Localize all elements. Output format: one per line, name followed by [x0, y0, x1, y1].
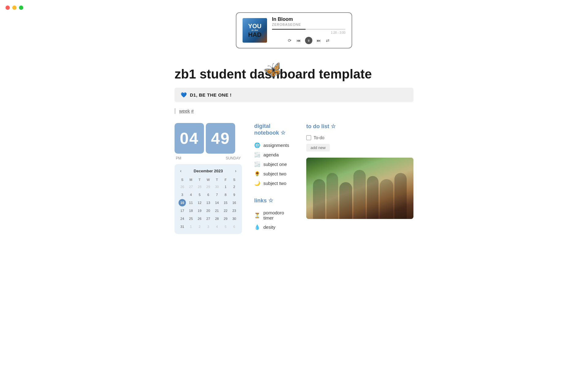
- cal-day[interactable]: 9: [231, 191, 238, 198]
- cal-dayname-5: F: [221, 177, 229, 182]
- notebook-item-subject-one[interactable]: 🌫️ subject one: [254, 159, 294, 169]
- cal-day[interactable]: 26: [179, 183, 186, 190]
- calendar-prev-button[interactable]: ‹: [178, 168, 183, 174]
- cal-day[interactable]: 25: [187, 215, 194, 222]
- links-title: links ☆: [254, 197, 294, 204]
- calendar: ‹ December 2023 › S M T W T F S 26 27 2: [175, 164, 242, 234]
- clock-minute: 49: [206, 123, 235, 154]
- todo-checkbox-0[interactable]: [306, 135, 311, 140]
- calendar-month: December 2023: [194, 169, 223, 173]
- album-you-text: YOU: [248, 23, 261, 29]
- subject-two-moon-label: subject two: [263, 181, 286, 186]
- maximize-button[interactable]: [19, 6, 23, 10]
- album-art: YOU in the HAD: [243, 18, 267, 43]
- desity-icon: 💧: [254, 224, 260, 230]
- agenda-icon: 🌫️: [254, 152, 260, 158]
- cal-dayname-0: S: [178, 177, 186, 182]
- week-line: week #: [175, 108, 413, 114]
- page-content: YOU in the HAD In Bloom ZEROBASEONE 1:28…: [156, 0, 432, 246]
- subject-two-sun-label: subject two: [263, 171, 286, 176]
- cal-day[interactable]: 8: [222, 191, 229, 198]
- cal-day[interactable]: 30: [231, 215, 238, 222]
- song-title: In Bloom: [272, 17, 345, 22]
- subject-one-label: subject one: [263, 162, 287, 167]
- rewind-button[interactable]: ⏮: [296, 37, 301, 44]
- player-card: YOU in the HAD In Bloom ZEROBASEONE 1:28…: [236, 12, 352, 48]
- notebook-item-agenda[interactable]: 🌫️ agenda: [254, 150, 294, 159]
- cal-day[interactable]: 1: [187, 223, 194, 230]
- cal-day-today[interactable]: 10: [179, 199, 186, 206]
- notebook-title: digital notebook ☆: [254, 123, 294, 136]
- cal-day[interactable]: 28: [213, 215, 221, 222]
- cal-day[interactable]: 15: [222, 199, 229, 206]
- group-photo: [306, 158, 413, 219]
- cal-day[interactable]: 3: [205, 223, 212, 230]
- clock-display: 04 49: [175, 123, 242, 154]
- cal-day[interactable]: 16: [231, 199, 238, 206]
- cal-day[interactable]: 17: [179, 207, 186, 214]
- assignments-icon: 🌐: [254, 142, 260, 148]
- cal-day[interactable]: 27: [187, 183, 194, 190]
- cal-day[interactable]: 29: [222, 215, 229, 222]
- notebook-item-subject-two-sun[interactable]: 🌻 subject two: [254, 169, 294, 178]
- player-controls: ⟳ ⏮ ⏸ ⏭ ⇄: [272, 37, 345, 44]
- minimize-button[interactable]: [12, 6, 17, 10]
- repeat-button[interactable]: ⟳: [287, 37, 292, 44]
- forward-button[interactable]: ⏭: [316, 37, 322, 44]
- cal-day[interactable]: 28: [196, 183, 203, 190]
- notebook-item-subject-two-moon[interactable]: 🌙 subject two: [254, 178, 294, 188]
- shuffle-button[interactable]: ⇄: [325, 37, 330, 44]
- todo-label-0: To-do: [314, 135, 324, 140]
- notebook-item-assignments[interactable]: 🌐 assignments: [254, 140, 294, 150]
- calendar-header: ‹ December 2023 ›: [178, 168, 238, 174]
- agenda-label: agenda: [263, 152, 279, 157]
- cal-day[interactable]: 5: [222, 223, 229, 230]
- cal-day[interactable]: 18: [187, 207, 194, 214]
- cal-day[interactable]: 13: [205, 199, 212, 206]
- links-item-pomodoro[interactable]: ⏳ pomodoro timer: [254, 208, 294, 222]
- cal-day[interactable]: 14: [213, 199, 221, 206]
- banner-text: D1, BE THE ONE !: [190, 92, 232, 98]
- cal-day[interactable]: 4: [213, 223, 221, 230]
- cal-day[interactable]: 19: [196, 207, 203, 214]
- artist-name: ZEROBASEONE: [272, 23, 345, 26]
- cal-day[interactable]: 24: [179, 215, 186, 222]
- links-item-desity[interactable]: 💧 desity: [254, 222, 294, 232]
- cal-day[interactable]: 5: [196, 191, 203, 198]
- cal-day[interactable]: 22: [222, 207, 229, 214]
- assignments-label: assignments: [263, 143, 289, 148]
- cal-day[interactable]: 6: [231, 223, 238, 230]
- cal-day[interactable]: 1: [222, 183, 229, 190]
- add-new-button[interactable]: add new: [306, 144, 330, 151]
- cal-day[interactable]: 26: [196, 215, 203, 222]
- cal-day[interactable]: 21: [213, 207, 221, 214]
- cal-day[interactable]: 6: [205, 191, 212, 198]
- clock-section: 04 49 PM SUNDAY ‹ December 2023 › S M T: [175, 123, 242, 234]
- cal-day[interactable]: 27: [205, 215, 212, 222]
- cal-day[interactable]: 2: [231, 183, 238, 190]
- todo-title: to do list ☆: [306, 123, 413, 130]
- cal-dayname-2: T: [196, 177, 204, 182]
- notebook-section: digital notebook ☆ 🌐 assignments 🌫️ agen…: [254, 123, 294, 232]
- cal-day[interactable]: 29: [205, 183, 212, 190]
- pomodoro-icon: ⏳: [254, 213, 260, 218]
- progress-fill: [272, 29, 306, 30]
- cal-day[interactable]: 23: [231, 207, 238, 214]
- clock-day: SUNDAY: [226, 156, 241, 160]
- cal-day[interactable]: 3: [179, 191, 186, 198]
- cal-day[interactable]: 7: [213, 191, 221, 198]
- cal-day[interactable]: 12: [196, 199, 203, 206]
- cal-day[interactable]: 2: [196, 223, 203, 230]
- cal-day[interactable]: 4: [187, 191, 194, 198]
- pause-button[interactable]: ⏸: [305, 37, 312, 44]
- links-section: links ☆ ⏳ pomodoro timer 💧 desity: [254, 197, 294, 232]
- cal-dayname-6: S: [230, 177, 238, 182]
- close-button[interactable]: [6, 6, 10, 10]
- cal-day[interactable]: 20: [205, 207, 212, 214]
- cal-day[interactable]: 11: [187, 199, 194, 206]
- week-text: week #: [179, 108, 194, 113]
- cal-day[interactable]: 30: [213, 183, 221, 190]
- progress-bar[interactable]: [272, 29, 345, 30]
- cal-day[interactable]: 31: [179, 223, 186, 230]
- calendar-next-button[interactable]: ›: [233, 168, 238, 174]
